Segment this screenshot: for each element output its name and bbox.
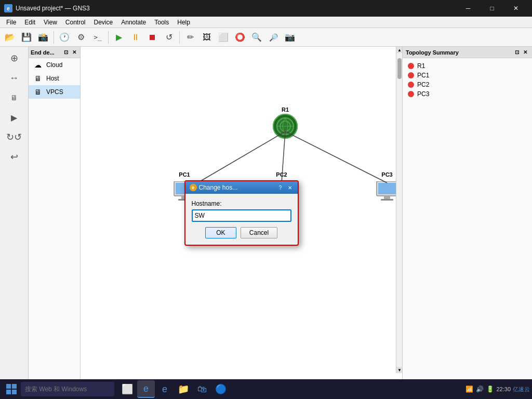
ok-button[interactable]: OK <box>205 227 236 238</box>
tb-rect[interactable]: ⬜ <box>216 30 231 45</box>
host-icon: 🖥 <box>32 74 44 83</box>
tb-reload[interactable]: ↺ <box>161 30 177 45</box>
left-panel: ⊕ ↔ 🖥 ▶ ↻↺ ↩ <box>0 47 29 379</box>
status-dot-r1 <box>408 63 414 69</box>
volume-icon[interactable]: 🔊 <box>475 385 484 393</box>
tool-play[interactable]: ▶ <box>4 108 24 127</box>
topology-controls: ⊡ ✕ <box>513 49 529 56</box>
window-title: Unsaved project* — GNS3 <box>16 5 456 12</box>
topology-list: R1 PC1 PC2 PC3 <box>403 58 532 102</box>
taskbar-search[interactable] <box>21 382 114 396</box>
battery-icon[interactable]: 🔋 <box>486 385 494 393</box>
system-time[interactable]: 22:30 <box>496 386 511 392</box>
menu-view[interactable]: View <box>39 18 61 27</box>
taskbar-app-store[interactable]: 🛍 <box>193 380 211 398</box>
tb-camera[interactable]: 📷 <box>282 30 298 45</box>
topology-item-pc1[interactable]: PC1 <box>406 71 529 80</box>
toolbar: 📂 💾 📸 🕐 ⚙ >_ ▶ ⏸ ⏹ ↺ ✏ 🖼 ⬜ ⭕ 🔍 🔎 📷 <box>0 28 532 47</box>
menu-bar: File Edit View Control Device Annotate T… <box>0 17 532 28</box>
topology-title: Topology Summary <box>406 49 459 56</box>
topology-undock[interactable]: ⊡ <box>513 49 521 56</box>
panel-close[interactable]: ✕ <box>71 49 78 56</box>
topology-pc2-label: PC2 <box>417 81 429 88</box>
cancel-button[interactable]: Cancel <box>241 227 277 238</box>
tb-screenshot[interactable]: 📸 <box>35 30 51 45</box>
tool-selection[interactable]: ⊕ <box>4 49 24 68</box>
change-hostname-dialog: e Change hos... ? ✕ Hostname: OK Cancel <box>184 180 299 246</box>
start-button[interactable] <box>2 380 21 398</box>
hostname-input[interactable] <box>192 209 291 222</box>
device-panel-title: End de... <box>31 49 55 56</box>
tb-image[interactable]: 🖼 <box>199 30 215 45</box>
vpcs-icon: 🖥 <box>32 87 44 97</box>
topology-close[interactable]: ✕ <box>522 49 529 56</box>
tb-open[interactable]: 📂 <box>2 30 18 45</box>
maximize-button[interactable]: □ <box>480 0 504 17</box>
tb-start[interactable]: ▶ <box>111 30 127 45</box>
cloud-icon: ☁ <box>32 60 44 70</box>
panel-undock[interactable]: ⊡ <box>62 49 70 56</box>
device-cloud[interactable]: ☁ Cloud <box>29 58 80 72</box>
device-list: ☁ Cloud 🖥 Host 🖥 VPCS <box>29 58 80 379</box>
tb-terminal[interactable]: >_ <box>90 30 105 45</box>
main-area: ⊕ ↔ 🖥 ▶ ↻↺ ↩ End de... ⊡ ✕ ☁ Cloud 🖥 Hos… <box>0 47 532 379</box>
panel-controls: ⊡ ✕ <box>62 49 78 56</box>
tb-settings[interactable]: ⚙ <box>73 30 89 45</box>
topology-r1-label: R1 <box>417 62 425 70</box>
tb-pause[interactable]: ⏸ <box>128 30 143 45</box>
tb-zoom-out[interactable]: 🔎 <box>265 30 281 45</box>
menu-help[interactable]: Help <box>173 18 194 27</box>
topology-item-pc2[interactable]: PC2 <box>406 80 529 89</box>
canvas-area[interactable]: R1 PC1 <box>81 47 402 379</box>
tb-clock[interactable]: 🕐 <box>57 30 72 45</box>
windows-logo <box>6 384 17 394</box>
tool-zoom[interactable]: 🖥 <box>4 88 24 107</box>
tb-edit[interactable]: ✏ <box>182 30 198 45</box>
device-vpcs[interactable]: 🖥 VPCS <box>29 85 80 99</box>
topology-item-pc3[interactable]: PC3 <box>406 89 529 99</box>
device-panel-header: End de... ⊡ ✕ <box>29 47 80 58</box>
taskbar-app-edge[interactable]: e <box>156 380 174 398</box>
taskbar-apps: ⬜ e e 📁 🛍 🔵 <box>118 380 230 398</box>
tb-stop[interactable]: ⏹ <box>144 30 160 45</box>
menu-tools[interactable]: Tools <box>150 18 173 27</box>
tb-save[interactable]: 💾 <box>19 30 34 45</box>
topology-panel: Topology Summary ⊡ ✕ R1 PC1 PC2 PC3 <box>402 47 532 379</box>
status-dot-pc3 <box>408 91 414 97</box>
taskbar-app-gns3[interactable]: e <box>137 380 155 398</box>
title-bar: e Unsaved project* — GNS3 ─ □ ✕ <box>0 0 532 17</box>
menu-device[interactable]: Device <box>90 18 117 27</box>
tb-zoom-in[interactable]: 🔍 <box>249 30 264 45</box>
device-panel: End de... ⊡ ✕ ☁ Cloud 🖥 Host 🖥 VPCS <box>29 47 81 379</box>
tool-rotate[interactable]: ↻↺ <box>4 128 24 147</box>
dialog-buttons: OK Cancel <box>192 227 291 238</box>
dialog-app-icon: e <box>190 184 197 191</box>
network-icon[interactable]: 📶 <box>465 385 473 393</box>
menu-file[interactable]: File <box>2 18 20 27</box>
tool-move[interactable]: ↔ <box>4 69 24 87</box>
dialog-close-button[interactable]: ✕ <box>286 184 294 191</box>
app-icon: e <box>4 4 12 12</box>
taskbar-app-explorer[interactable]: 📁 <box>175 380 192 398</box>
taskbar-right: 📶 🔊 🔋 22:30 亿速云 <box>465 385 530 393</box>
minimize-button[interactable]: ─ <box>456 0 480 17</box>
menu-edit[interactable]: Edit <box>20 18 39 27</box>
device-vpcs-label: VPCS <box>46 88 63 96</box>
tb-ellipse[interactable]: ⭕ <box>232 30 248 45</box>
taskbar-app-taskview[interactable]: ⬜ <box>118 380 136 398</box>
close-button[interactable]: ✕ <box>504 0 528 17</box>
dialog-help[interactable]: ? <box>277 184 284 191</box>
taskbar-app-chrome[interactable]: 🔵 <box>212 380 230 398</box>
topology-pc3-label: PC3 <box>417 90 429 98</box>
dialog-body: Hostname: OK Cancel <box>185 194 298 245</box>
status-dot-pc2 <box>408 82 414 88</box>
yisu-icon[interactable]: 亿速云 <box>513 385 530 393</box>
menu-annotate[interactable]: Annotate <box>117 18 150 27</box>
menu-control[interactable]: Control <box>61 18 90 27</box>
taskbar: ⬜ e e 📁 🛍 🔵 📶 🔊 🔋 22:30 亿速云 <box>0 379 532 399</box>
tool-back[interactable]: ↩ <box>4 148 24 166</box>
modal-overlay: e Change hos... ? ✕ Hostname: OK Cancel <box>81 47 402 379</box>
dialog-title-left: e Change hos... <box>190 184 238 191</box>
device-host[interactable]: 🖥 Host <box>29 72 80 85</box>
topology-item-r1[interactable]: R1 <box>406 61 529 71</box>
